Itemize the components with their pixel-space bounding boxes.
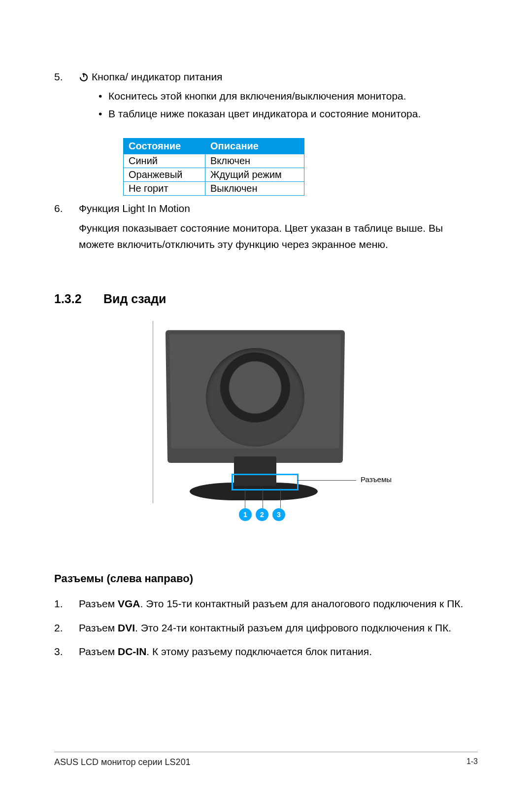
text: Разъем xyxy=(79,646,118,657)
connectors-heading: Разъемы (слева направо) xyxy=(54,572,478,585)
lead-line xyxy=(280,488,281,508)
list-item-6: 6. Функция Light In Motion Функция показ… xyxy=(54,201,478,253)
bullet: В таблице ниже показан цвет индикатора и… xyxy=(99,106,478,122)
list-body: Разъем DVI. Это 24-ти контактный разъем … xyxy=(79,620,478,636)
page-number: 1-3 xyxy=(466,757,478,767)
item6-desc: Функция показывает состояние монитора. Ц… xyxy=(79,220,478,252)
table-header: Описание xyxy=(205,138,304,154)
monitor-ring xyxy=(206,348,304,447)
table-header: Состояние xyxy=(124,138,205,154)
connector-item: 3. Разъем DC-IN. К этому разъему подключ… xyxy=(54,644,478,660)
callout-line xyxy=(297,480,356,481)
list-body: Разъем DC-IN. К этому разъему подключает… xyxy=(79,644,478,660)
connector-name: DC-IN xyxy=(118,646,146,657)
list-number: 1. xyxy=(54,596,79,612)
list-number: 2. xyxy=(54,620,79,636)
connector-highlight xyxy=(232,474,299,490)
section-number: 1.3.2 xyxy=(54,292,103,306)
table-row: Синий Включен xyxy=(124,154,304,168)
list-item-5: 5. Кнопка/ индикатор питания Коснитесь э… xyxy=(54,69,478,124)
list-number: 5. xyxy=(54,69,79,124)
connector-name: DVI xyxy=(118,622,135,633)
figure-divider xyxy=(153,321,153,503)
table-row: Не горит Выключен xyxy=(124,181,304,195)
item5-title: Кнопка/ индикатор питания xyxy=(92,69,223,85)
text: Разъем xyxy=(79,622,118,633)
page: 5. Кнопка/ индикатор питания Коснитесь э… xyxy=(0,0,532,802)
item5-bullets: Коснитесь этой кнопки для включения/выкл… xyxy=(79,88,478,122)
lead-line xyxy=(245,488,245,508)
table-cell: Синий xyxy=(124,154,205,168)
figure-number: 2 xyxy=(256,508,268,521)
connectors-list: 1. Разъем VGA. Это 15-ти контактный разъ… xyxy=(54,596,478,660)
list-body: Кнопка/ индикатор питания Коснитесь этой… xyxy=(79,69,478,124)
text: . Это 15-ти контактный разъем для аналог… xyxy=(140,598,464,609)
section-heading: 1.3.2 Вид сзади xyxy=(54,292,478,306)
lead-line xyxy=(263,488,263,508)
list-body: Разъем VGA. Это 15-ти контактный разъем … xyxy=(79,596,478,612)
table-cell: Включен xyxy=(205,154,304,168)
section-title: Вид сзади xyxy=(103,292,166,306)
list-number: 3. xyxy=(54,644,79,660)
text: . Это 24-ти контактный разъем для цифров… xyxy=(135,622,451,633)
table-cell: Выключен xyxy=(205,181,304,195)
figure-number: 1 xyxy=(239,508,252,521)
rear-view-figure: Разъемы 1 2 3 xyxy=(128,321,404,528)
table-cell: Ждущий режим xyxy=(205,168,304,181)
text: . К этому разъему подключается блок пита… xyxy=(146,646,372,657)
text: Разъем xyxy=(79,598,118,609)
callout-label: Разъемы xyxy=(361,475,392,484)
table-cell: Не горит xyxy=(124,181,205,195)
connector-item: 2. Разъем DVI. Это 24-ти контактный разъ… xyxy=(54,620,478,636)
connector-name: VGA xyxy=(118,598,140,609)
connector-item: 1. Разъем VGA. Это 15-ти контактный разъ… xyxy=(54,596,478,612)
bullet: Коснитесь этой кнопки для включения/выкл… xyxy=(99,88,478,105)
page-footer: ASUS LCD монитор серии LS201 1-3 xyxy=(54,752,478,767)
figure-number-circles: 1 2 3 xyxy=(239,508,285,521)
table-header-row: Состояние Описание xyxy=(124,138,304,154)
list-body: Функция Light In Motion Функция показыва… xyxy=(79,201,478,253)
table-row: Оранжевый Ждущий режим xyxy=(124,168,304,181)
list-number: 6. xyxy=(54,201,79,253)
status-table: Состояние Описание Синий Включен Оранжев… xyxy=(123,138,304,196)
footer-left: ASUS LCD монитор серии LS201 xyxy=(54,757,191,767)
item5-title-line: Кнопка/ индикатор питания xyxy=(79,69,478,85)
table-cell: Оранжевый xyxy=(124,168,205,181)
power-icon xyxy=(79,72,89,82)
figure-number: 3 xyxy=(272,508,285,521)
item6-title: Функция Light In Motion xyxy=(79,201,478,217)
